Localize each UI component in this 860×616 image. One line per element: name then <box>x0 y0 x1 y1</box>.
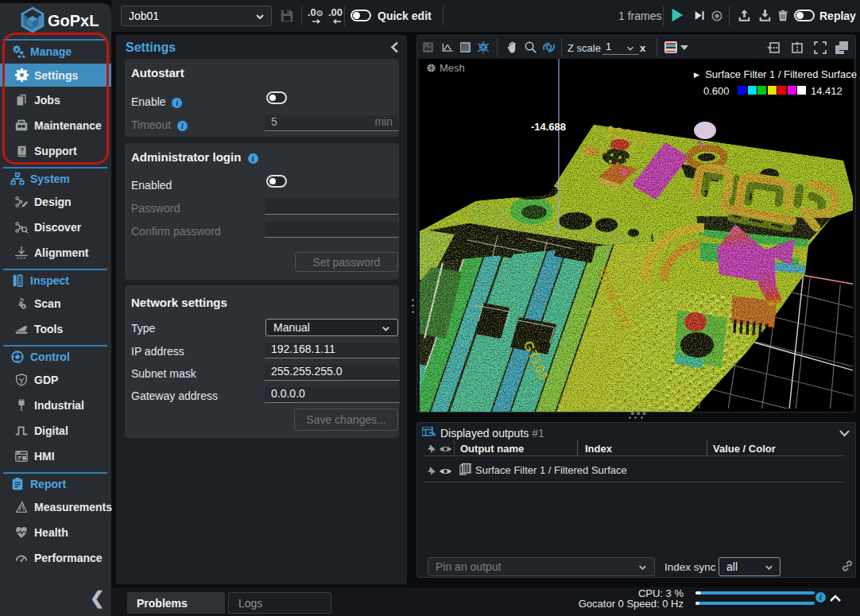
svg-text:GoPxL: GoPxL <box>48 12 99 29</box>
svg-text:-14.688: -14.688 <box>531 121 566 133</box>
